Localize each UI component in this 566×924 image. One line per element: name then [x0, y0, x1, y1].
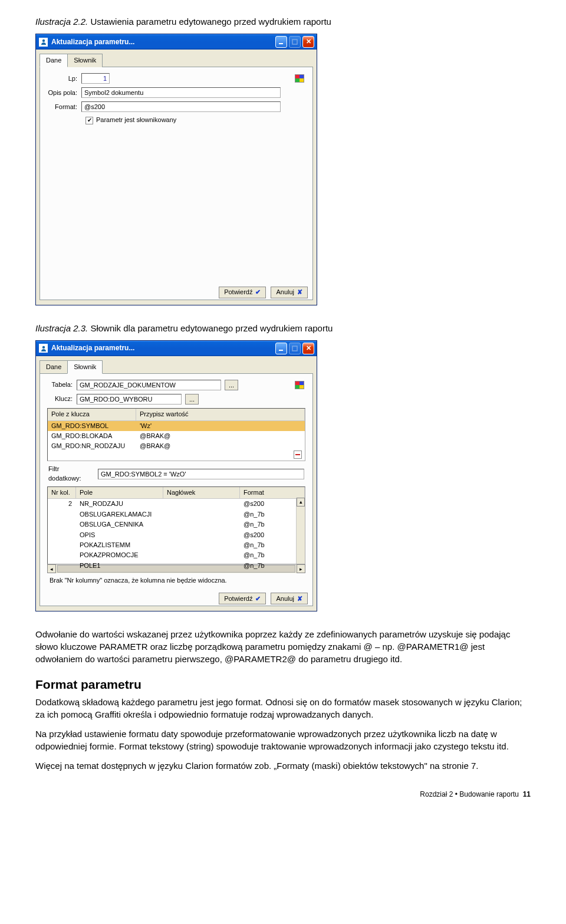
- grid-row[interactable]: POLE1@n_7b: [48, 561, 305, 571]
- para-1: Odwołanie do wartości wskazanej przez uż…: [35, 628, 531, 665]
- window-title-2: Aktualizacja parametru...: [51, 343, 275, 353]
- klucz-label: Klucz:: [47, 394, 77, 403]
- minimize-button[interactable]: [275, 343, 287, 354]
- grid-row[interactable]: 2NR_RODZAJU@s200: [48, 499, 305, 509]
- cancel-x-icon: ✘: [297, 288, 302, 297]
- key-list-row[interactable]: GM_RDO:SYMBOL'Wz': [48, 421, 305, 431]
- svg-point-0: [42, 40, 44, 42]
- confirm-button-1[interactable]: Potwierdź✔: [219, 287, 266, 298]
- filter-input[interactable]: [98, 469, 304, 479]
- svg-rect-5: [292, 346, 297, 351]
- footer-title: Budowanie raportu: [459, 790, 519, 798]
- heading-format-parametru: Format parametru: [35, 676, 531, 693]
- grid-h-nr: Nr kol.: [48, 487, 76, 498]
- slownikowany-checkbox[interactable]: ✔ Parametr jest słownikowany: [85, 116, 305, 124]
- grid-h-fmt: Format: [240, 487, 305, 498]
- tabela-input[interactable]: [77, 380, 221, 390]
- maximize-button[interactable]: [289, 343, 301, 354]
- window-2: Aktualizacja parametru... ✕ Dane Słownik…: [35, 340, 317, 612]
- footer-page-number: 11: [523, 790, 531, 798]
- key-list-row[interactable]: GM_RDO:BLOKADA@BRAK@: [48, 431, 305, 441]
- tab-slownik[interactable]: Słownik: [67, 54, 103, 67]
- titlebar-1: Aktualizacja parametru... ✕: [36, 34, 317, 50]
- scroll-up-icon[interactable]: ▴: [297, 498, 305, 507]
- tabela-label: Tabela:: [47, 380, 77, 389]
- key-list-header-b: Przypisz wartość: [136, 409, 305, 420]
- lp-input[interactable]: [81, 73, 110, 84]
- grid-h-nag: Nagłówek: [163, 487, 240, 498]
- grid-row[interactable]: OBSLUGA_CENNIKA@n_7b: [48, 519, 305, 530]
- key-list[interactable]: Pole z klucza Przypisz wartość GM_RDO:SY…: [47, 408, 305, 461]
- app-icon: [39, 38, 48, 47]
- footer-chapter: Rozdział 2: [420, 790, 455, 798]
- close-button[interactable]: ✕: [302, 343, 314, 354]
- window-title: Aktualizacja parametru...: [51, 37, 275, 47]
- grid-row[interactable]: OPIS@s200: [48, 530, 305, 540]
- key-list-row[interactable]: GM_RDO:NR_RODZAJU@BRAK@: [48, 441, 305, 451]
- close-button[interactable]: ✕: [302, 36, 314, 48]
- format-input[interactable]: [81, 101, 281, 112]
- svg-rect-2: [292, 40, 297, 44]
- key-list-header-a: Pole z klucza: [48, 409, 136, 420]
- columns-grid[interactable]: Nr kol. Pole Nagłówek Format 2NR_RODZAJU…: [47, 486, 305, 564]
- grid-h-pole: Pole: [76, 487, 163, 498]
- grid-row[interactable]: OBSLUGAREKLAMACJI@n_7b: [48, 509, 305, 519]
- page-footer: Rozdział 2 • Budowanie raportu 11: [35, 790, 531, 800]
- grid-row[interactable]: POKAZLISTEMM@n_7b: [48, 540, 305, 550]
- tab-dane-2[interactable]: Dane: [40, 360, 68, 374]
- check-icon: ✔: [255, 288, 261, 297]
- app-icon: [39, 344, 48, 353]
- tabs-1: Dane Słownik: [40, 53, 313, 67]
- tab-dane[interactable]: Dane: [40, 54, 68, 67]
- svg-point-3: [42, 346, 44, 348]
- filter-label: Filtr dodatkowy:: [47, 465, 98, 483]
- svg-rect-1: [279, 43, 283, 44]
- caption-2: Ilustracja 2.3. Słownik dla parametru ed…: [35, 322, 531, 334]
- checkbox-icon: ✔: [85, 117, 93, 124]
- slownikowany-label: Parametr jest słownikowany: [96, 116, 176, 124]
- opis-input[interactable]: [81, 87, 281, 98]
- tabs-2: Dane Słownik: [40, 360, 313, 373]
- caption-2-prefix: Ilustracja 2.3.: [35, 323, 88, 333]
- check-icon: ✔: [255, 594, 261, 603]
- grid-row[interactable]: POKAZPROMOCJE@n_7b: [48, 550, 305, 560]
- para-3: Na przykład ustawienie formatu daty spow…: [35, 728, 531, 752]
- minimize-button[interactable]: [275, 36, 287, 48]
- cancel-x-icon: ✘: [297, 594, 302, 603]
- color-options-icon[interactable]: [295, 74, 304, 83]
- klucz-browse-button[interactable]: ...: [185, 394, 199, 405]
- cancel-button-1[interactable]: Anuluj✘: [271, 287, 308, 298]
- para-4: Więcej na temat dostępnych w języku Clar…: [35, 759, 531, 772]
- caption-1: Ilustracja 2.2. Ustawienia parametru edy…: [35, 15, 531, 28]
- tab-slownik-2[interactable]: Słownik: [67, 360, 103, 374]
- grid-scrollbar-v[interactable]: ▴: [296, 498, 305, 564]
- klucz-input[interactable]: [77, 394, 182, 405]
- color-options-icon[interactable]: [295, 381, 304, 389]
- svg-rect-4: [279, 350, 283, 351]
- format-label: Format:: [47, 103, 81, 111]
- para-2: Dodatkową składową każdego parametru jes…: [35, 696, 531, 721]
- caption-1-prefix: Ilustracja 2.2.: [35, 17, 88, 27]
- grid-note: Brak "Nr kolumny" oznacza, że kolumna ni…: [47, 573, 305, 587]
- confirm-button-2[interactable]: Potwierdź✔: [219, 593, 266, 604]
- opis-label: Opis pola:: [47, 88, 81, 97]
- caption-1-text: Ustawienia parametru edytowanego przed w…: [88, 17, 331, 27]
- cancel-button-2[interactable]: Anuluj✘: [271, 593, 308, 604]
- titlebar-2: Aktualizacja parametru... ✕: [36, 341, 317, 356]
- maximize-button[interactable]: [289, 36, 301, 48]
- caption-2-text: Słownik dla parametru edytowanego przed …: [88, 323, 333, 333]
- tabela-browse-button[interactable]: ...: [225, 380, 238, 390]
- lp-label: Lp:: [47, 74, 81, 83]
- window-1: Aktualizacja parametru... ✕ Dane Słownik…: [35, 34, 317, 305]
- remove-selected-icon[interactable]: [294, 451, 302, 459]
